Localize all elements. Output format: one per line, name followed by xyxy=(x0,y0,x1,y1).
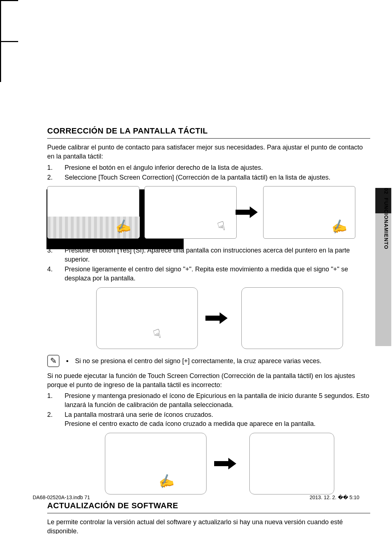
screen-panel: ✍ xyxy=(105,433,207,494)
tap-hand-icon: ☟ xyxy=(151,325,163,344)
screen-panel xyxy=(241,287,343,349)
tap-hand-icon: ✍ xyxy=(156,471,176,492)
screen-panel xyxy=(249,433,334,494)
chapter-tab-label: 02 FUNCIONAMIENTO xyxy=(382,188,389,249)
step-item: 2. Seleccione [Touch Screen Correction] … xyxy=(47,173,370,182)
tap-hand-icon: ☟ xyxy=(216,217,228,236)
screen-panel: ✍ xyxy=(47,186,139,239)
section-heading-touchscreen: CORRECCIÓN DE LA PANTALLA TÁCTIL xyxy=(47,126,370,139)
footer-right: 2013. 12. 2. �� 5:10 xyxy=(310,494,359,501)
section1-followup: Si no puede ejecutar la función de Touch… xyxy=(47,371,370,390)
note-text: Si no se presiona el centro del signo [+… xyxy=(75,357,322,366)
section-heading-software: ACTUALIZACIÓN DE SOFTWARE xyxy=(47,500,370,513)
section1-intro: Puede calibrar el punto de contacto para… xyxy=(47,143,370,161)
page-content: 02 FUNCIONAMIENTO CORRECCIÓN DE LA PANTA… xyxy=(47,126,370,534)
tap-hand-icon: ✍ xyxy=(329,216,348,237)
footer-left: DA68-02520A-13.indb 71 xyxy=(33,494,90,501)
note-icon: ✎ xyxy=(47,355,60,367)
screen-panel: ✍ xyxy=(263,186,355,239)
note-row: ✎ • Si no se presiona el centro del sign… xyxy=(47,355,370,367)
chapter-tab: 02 FUNCIONAMIENTO xyxy=(375,188,391,347)
step-item: 1. Presione y mantenga presionado el íco… xyxy=(47,391,370,410)
illustration-row-3: ✍ xyxy=(69,433,370,494)
illustration-row-2: ☟ xyxy=(69,287,370,349)
step-item: 2. La pantalla mostrará una serie de íco… xyxy=(47,410,370,428)
print-footer: DA68-02520A-13.indb 71 2013. 12. 2. �� 5… xyxy=(33,494,359,501)
step-item: 1. Presione el botón en el ángulo inferi… xyxy=(47,163,370,172)
screen-panel: ☟ xyxy=(144,186,237,239)
section2-intro: Le permite controlar la versión actual d… xyxy=(47,518,370,534)
step-item: 4. Presione ligeramente el centro del si… xyxy=(47,265,370,283)
screen-panel: ☟ xyxy=(96,287,198,349)
illustration-row-1: ✍ ☟ ✍ xyxy=(47,186,370,239)
